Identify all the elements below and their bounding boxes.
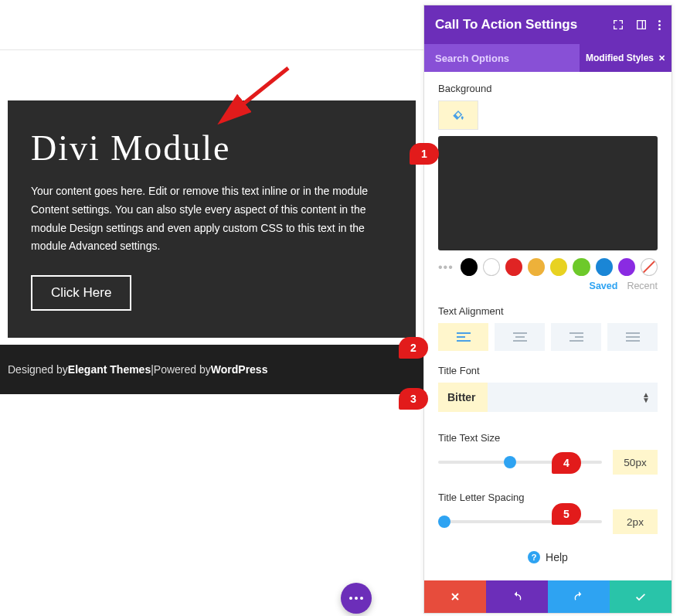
site-footer: Designed by Elegant Themes | Powered by … — [0, 345, 423, 394]
label-text-alignment: Text Alignment — [438, 305, 658, 317]
page-content: Divi Module Your content goes here. Edit… — [0, 0, 423, 616]
swatch-orange[interactable] — [528, 258, 545, 276]
footer-powered-by[interactable]: WordPress — [211, 363, 268, 376]
slider-thumb[interactable] — [438, 516, 450, 528]
panel-action-bar — [424, 580, 672, 613]
swatch-purple[interactable] — [618, 258, 635, 276]
title-size-value[interactable]: 50px — [613, 450, 658, 475]
tab-saved[interactable]: Saved — [590, 281, 618, 291]
redo-button[interactable] — [548, 580, 610, 613]
label-title-letter-spacing: Title Letter Spacing — [438, 492, 658, 503]
cta-title[interactable]: Divi Module — [31, 128, 393, 168]
swatch-green[interactable] — [573, 258, 590, 276]
title-font-select[interactable]: Bitter ▲▼ — [438, 383, 658, 412]
dock-icon[interactable] — [635, 19, 648, 31]
swatch-yellow[interactable] — [550, 258, 567, 276]
swatch-blue[interactable] — [596, 258, 613, 276]
swatch-black[interactable] — [461, 258, 478, 276]
title-font-value: Bitter — [447, 391, 476, 403]
panel-title: Call To Action Settings — [435, 17, 577, 32]
paint-bucket-icon — [451, 108, 465, 122]
page-top-spacer — [0, 0, 423, 50]
filter-chip[interactable]: Modified Styles ✕ — [580, 44, 672, 72]
cta-body-text[interactable]: Your content goes here. Edit or remove t… — [31, 182, 393, 256]
close-icon[interactable]: ✕ — [658, 53, 665, 63]
panel-body: Background ••• Saved Recent Text Alignme… — [424, 72, 672, 580]
alignment-row — [438, 323, 658, 351]
cta-button[interactable]: Click Here — [31, 275, 131, 311]
background-color-tab[interactable] — [438, 100, 478, 130]
floating-menu-button[interactable] — [341, 583, 372, 614]
expand-icon[interactable] — [612, 19, 624, 31]
help-label: Help — [546, 551, 568, 563]
letter-spacing-value[interactable]: 2px — [613, 509, 658, 534]
align-center-button[interactable] — [495, 323, 545, 351]
background-preview[interactable] — [438, 136, 658, 250]
help-row[interactable]: ? Help — [438, 551, 658, 563]
tab-recent[interactable]: Recent — [627, 281, 658, 291]
select-arrows-icon: ▲▼ — [642, 392, 650, 403]
label-background: Background — [438, 83, 658, 94]
cta-module: Divi Module Your content goes here. Edit… — [8, 100, 416, 338]
align-justify-button[interactable] — [607, 323, 658, 351]
cancel-button[interactable] — [424, 580, 486, 613]
align-left-button[interactable] — [438, 323, 488, 351]
filter-chip-label: Modified Styles — [586, 53, 654, 63]
label-title-text-size: Title Text Size — [438, 432, 658, 444]
kebab-icon[interactable] — [658, 20, 661, 30]
search-input[interactable]: Search Options — [424, 53, 580, 64]
swatch-red[interactable] — [505, 258, 522, 276]
search-row: Search Options Modified Styles ✕ — [424, 44, 672, 72]
footer-designed-by[interactable]: Elegant Themes — [68, 363, 151, 376]
title-size-slider[interactable] — [438, 461, 602, 464]
slider-thumb[interactable] — [504, 456, 516, 468]
color-swatch-row: ••• — [438, 258, 658, 276]
letter-spacing-slider[interactable] — [438, 520, 602, 523]
label-title-font: Title Font — [438, 365, 658, 376]
help-icon: ? — [528, 551, 540, 563]
undo-button[interactable] — [486, 580, 548, 613]
dots-icon — [349, 597, 363, 600]
swatch-white[interactable] — [483, 258, 500, 276]
swatch-more-icon[interactable]: ••• — [438, 260, 454, 274]
settings-panel: Call To Action Settings Search Options M… — [423, 5, 672, 614]
save-button[interactable] — [610, 580, 672, 613]
saved-recent-tabs: Saved Recent — [438, 281, 658, 291]
align-right-button[interactable] — [551, 323, 601, 351]
footer-designed-prefix: Designed by — [8, 363, 68, 376]
swatch-none[interactable] — [641, 258, 658, 276]
panel-header[interactable]: Call To Action Settings — [424, 5, 672, 44]
footer-powered-prefix: Powered by — [154, 363, 211, 376]
